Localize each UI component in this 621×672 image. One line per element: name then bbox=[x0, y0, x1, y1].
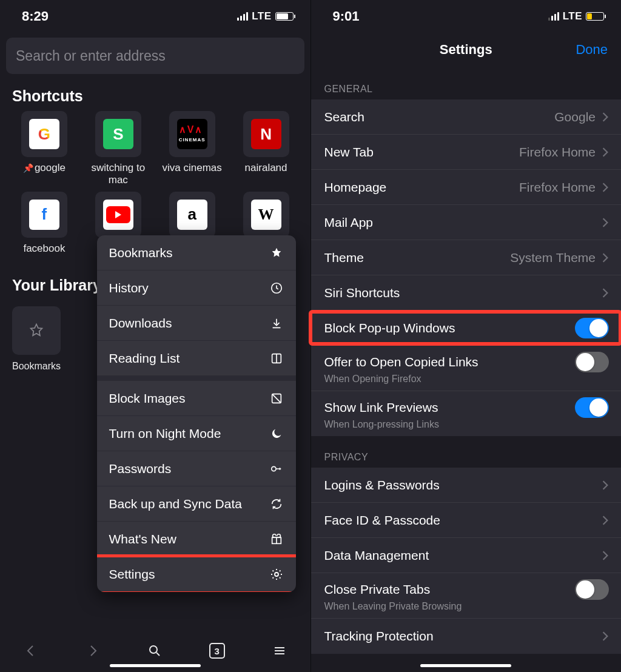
settings-row-mail-app[interactable]: Mail App bbox=[311, 205, 622, 240]
menu-item-label: Turn on Night Mode bbox=[109, 426, 269, 441]
menu-button[interactable] bbox=[272, 643, 287, 658]
shortcut-tile: ∧V∧CINEMAS bbox=[177, 119, 207, 149]
menu-item-downloads[interactable]: Downloads bbox=[97, 306, 296, 341]
row-value: Firefox Home bbox=[519, 180, 596, 195]
settings-row-show-link-previews[interactable]: Show Link PreviewsWhen Long-pressing Lin… bbox=[311, 391, 622, 436]
menu-item-history[interactable]: History bbox=[97, 270, 296, 306]
menu-item-label: Reading List bbox=[109, 351, 269, 366]
row-label: Tracking Protection bbox=[324, 629, 602, 643]
back-button[interactable] bbox=[24, 643, 38, 658]
svg-point-5 bbox=[275, 573, 278, 576]
settings-row-new-tab[interactable]: New TabFirefox Home bbox=[311, 135, 622, 170]
group-header-privacy: PRIVACY bbox=[311, 436, 622, 468]
gear-icon bbox=[269, 567, 284, 582]
chevron-right-icon bbox=[602, 217, 609, 228]
settings-row-data-management[interactable]: Data Management bbox=[311, 538, 622, 573]
shortcut-switching-to-mac[interactable]: Sswitching to mac bbox=[84, 111, 153, 187]
shortcut-label: 📌google bbox=[23, 162, 65, 174]
address-bar[interactable]: Search or enter address bbox=[6, 38, 304, 74]
row-label: Face ID & Passcode bbox=[324, 513, 602, 528]
shortcut-tile-wrap: ∧V∧CINEMAS bbox=[169, 111, 215, 157]
shortcut-label: switching to mac bbox=[84, 162, 153, 187]
shortcut-nairaland[interactable]: Nnairaland bbox=[232, 111, 301, 187]
status-time: 8:29 bbox=[22, 8, 49, 24]
settings-row-search[interactable]: SearchGoogle bbox=[311, 99, 622, 135]
status-right: LTE bbox=[237, 10, 293, 22]
shortcut-label: facebook bbox=[23, 243, 65, 255]
signal-icon bbox=[548, 12, 559, 21]
svg-point-3 bbox=[271, 466, 275, 471]
forward-button[interactable] bbox=[86, 643, 100, 658]
row-subtitle: When Opening Firefox bbox=[324, 374, 421, 385]
moon-icon bbox=[269, 426, 284, 441]
clock-icon bbox=[269, 281, 284, 295]
menu-item-back-up-and-sync-data[interactable]: Back up and Sync Data bbox=[97, 486, 296, 522]
status-bar: 8:29 LTE bbox=[0, 0, 310, 28]
settings-row-block-pop-up-windows[interactable]: Block Pop-up Windows bbox=[311, 311, 622, 346]
row-value: Firefox Home bbox=[519, 145, 596, 160]
battery-icon bbox=[586, 12, 604, 21]
settings-row-offer-to-open-copied-links[interactable]: Offer to Open Copied LinksWhen Opening F… bbox=[311, 346, 622, 391]
menu-separator bbox=[97, 376, 296, 381]
menu-item-label: Bookmarks bbox=[109, 246, 269, 260]
row-label: New Tab bbox=[324, 145, 519, 160]
bookmarks-tile bbox=[12, 306, 61, 355]
nav-header: Settings Done bbox=[311, 32, 622, 68]
library-item-label: Bookmarks bbox=[12, 361, 61, 372]
row-label: Block Pop-up Windows bbox=[324, 321, 576, 335]
status-right: LTE bbox=[548, 10, 604, 22]
menu-item-label: Downloads bbox=[109, 316, 269, 331]
row-label: Search bbox=[324, 110, 555, 124]
star-icon bbox=[269, 246, 284, 260]
shortcut-tile-wrap bbox=[95, 192, 141, 238]
toggle[interactable] bbox=[575, 579, 609, 600]
menu-item-block-images[interactable]: Block Images bbox=[97, 381, 296, 416]
toggle[interactable] bbox=[575, 318, 609, 338]
menu-item-reading-list[interactable]: Reading List bbox=[97, 341, 296, 376]
shortcut-tile: N bbox=[251, 119, 281, 149]
search-button[interactable] bbox=[147, 643, 162, 658]
menu-item-bookmarks[interactable]: Bookmarks bbox=[97, 235, 296, 270]
menu-item-turn-on-night-mode[interactable]: Turn on Night Mode bbox=[97, 416, 296, 451]
settings-row-theme[interactable]: ThemeSystem Theme bbox=[311, 240, 622, 275]
row-value: Google bbox=[554, 110, 596, 124]
shortcut-viva-cinemas[interactable]: ∧V∧CINEMASviva cinemas bbox=[158, 111, 227, 187]
row-label: Show Link Previews bbox=[324, 400, 576, 415]
settings-row-homepage[interactable]: HomepageFirefox Home bbox=[311, 170, 622, 205]
shortcut-google[interactable]: G📌google bbox=[10, 111, 79, 187]
menu-item-label: What's New bbox=[109, 532, 269, 546]
settings-row-close-private-tabs[interactable]: Close Private TabsWhen Leaving Private B… bbox=[311, 573, 622, 619]
chevron-right-icon bbox=[602, 287, 609, 298]
shortcut-tile: S bbox=[103, 119, 133, 149]
toggle[interactable] bbox=[575, 397, 609, 418]
tabs-button[interactable]: 3 bbox=[209, 643, 225, 659]
menu-item-label: Back up and Sync Data bbox=[109, 497, 269, 511]
settings-row-siri-shortcuts[interactable]: Siri Shortcuts bbox=[311, 275, 622, 311]
settings-row-face-id-passcode[interactable]: Face ID & Passcode bbox=[311, 503, 622, 538]
chevron-right-icon bbox=[602, 631, 609, 642]
status-bar: 9:01 LTE bbox=[311, 0, 622, 28]
page-title: Settings bbox=[440, 42, 492, 58]
row-label: Offer to Open Copied Links bbox=[324, 355, 576, 369]
menu-item-settings[interactable]: Settings bbox=[97, 557, 296, 592]
shortcut-tile-wrap: G bbox=[21, 111, 67, 157]
group-header-general: GENERAL bbox=[311, 68, 622, 99]
row-subtitle: When Long-pressing Links bbox=[324, 419, 439, 430]
menu-item-passwords[interactable]: Passwords bbox=[97, 451, 296, 486]
row-subtitle: When Leaving Private Browsing bbox=[324, 601, 462, 612]
home-indicator bbox=[110, 664, 201, 667]
library-item-bookmarks[interactable]: Bookmarks bbox=[12, 306, 61, 372]
settings-row-logins-passwords[interactable]: Logins & Passwords bbox=[311, 468, 622, 503]
menu-item-label: Settings bbox=[109, 567, 269, 582]
done-button[interactable]: Done bbox=[576, 42, 608, 58]
shortcut-facebook[interactable]: ffacebook bbox=[10, 192, 79, 255]
shortcut-tile bbox=[103, 200, 133, 230]
menu-item-what-s-new[interactable]: What's New bbox=[97, 522, 296, 557]
shortcut-tile-wrap: a bbox=[169, 192, 215, 238]
shortcut-tile: a bbox=[177, 200, 207, 230]
toggle[interactable] bbox=[575, 352, 609, 372]
shortcut-tile-wrap: N bbox=[243, 111, 289, 157]
settings-row-tracking-protection[interactable]: Tracking Protection bbox=[311, 619, 622, 654]
row-label: Mail App bbox=[324, 215, 602, 230]
gift-icon bbox=[269, 532, 284, 546]
